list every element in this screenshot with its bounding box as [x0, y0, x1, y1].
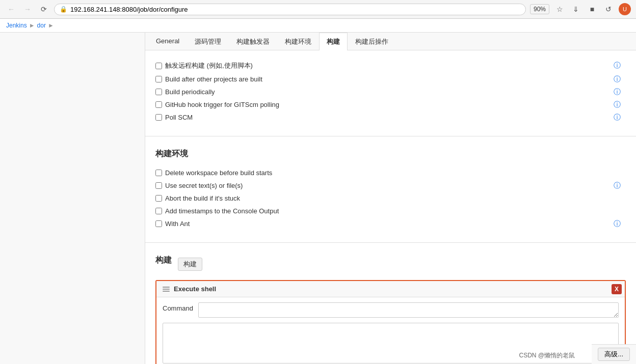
- add-build-step-button[interactable]: 构建: [178, 258, 202, 271]
- trigger-after-other-row: Build after other projects are built ⓘ: [155, 73, 626, 86]
- trigger-periodically-label: Build periodically: [165, 88, 215, 96]
- download-icon[interactable]: ⇓: [570, 3, 582, 15]
- bookmark-icon[interactable]: ☆: [553, 3, 566, 15]
- zoom-level: 90%: [530, 4, 549, 14]
- trigger-remote-checkbox[interactable]: [155, 63, 162, 69]
- env-delete-ws-row: Delete workspace before build starts: [155, 166, 626, 179]
- env-abort-checkbox[interactable]: [155, 195, 162, 202]
- breadcrumb-jenkins[interactable]: Jenkins: [6, 22, 27, 29]
- command-label: Command: [163, 302, 193, 312]
- trigger-remote-label: 触发远程构建 (例如,使用脚本): [165, 61, 253, 70]
- refresh-button[interactable]: ⟳: [38, 3, 50, 15]
- bottom-bar: 高级...: [592, 344, 636, 364]
- csdn-watermark: CSDN @懒惰的老鼠: [519, 351, 575, 360]
- breadcrumb-dor[interactable]: dor: [37, 22, 46, 29]
- env-with-ant-checkbox[interactable]: [155, 220, 162, 227]
- content-area: General 源码管理 构建触发器 构建环境 构建 构建后操作 触发远程构建 …: [145, 33, 636, 364]
- env-abort-label: Abort the build if it's stuck: [165, 194, 240, 202]
- env-secret-label: Use secret text(s) or file(s): [165, 182, 243, 189]
- extensions-icon[interactable]: ■: [586, 3, 598, 15]
- build-section-header: 构建 构建: [155, 255, 626, 273]
- tab-triggers[interactable]: 构建触发器: [229, 33, 277, 50]
- advanced-button[interactable]: 高级...: [598, 348, 630, 361]
- trigger-github-help[interactable]: ⓘ: [614, 100, 621, 109]
- shell-card-header: Execute shell: [156, 281, 625, 297]
- env-with-ant-help[interactable]: ⓘ: [614, 219, 621, 229]
- env-timestamps-row: Add timestamps to the Console Output: [155, 205, 626, 217]
- tab-build[interactable]: 构建: [319, 33, 348, 50]
- trigger-after-other-label: Build after other projects are built: [165, 75, 262, 83]
- env-delete-ws-label: Delete workspace before build starts: [165, 169, 272, 177]
- build-env-title: 构建环境: [155, 149, 626, 159]
- trigger-poll-checkbox[interactable]: [155, 114, 162, 121]
- tab-env[interactable]: 构建环境: [277, 33, 319, 50]
- left-sidebar: [0, 33, 145, 364]
- user-avatar[interactable]: U: [619, 3, 631, 15]
- env-timestamps-label: Add timestamps to the Console Output: [165, 207, 279, 215]
- trigger-periodically-row: Build periodically ⓘ: [155, 86, 626, 98]
- trigger-remote-row: 触发远程构建 (例如,使用脚本) ⓘ: [155, 59, 626, 73]
- env-secret-help[interactable]: ⓘ: [614, 181, 621, 190]
- back-button[interactable]: ←: [5, 3, 17, 15]
- command-input[interactable]: [198, 302, 619, 318]
- delete-shell-button[interactable]: X: [612, 284, 622, 294]
- trigger-github-label: GitHub hook trigger for GITScm polling: [165, 101, 279, 108]
- execute-shell-title: Execute shell: [174, 285, 216, 293]
- trigger-after-other-checkbox[interactable]: [155, 76, 162, 82]
- trigger-github-row: GitHub hook trigger for GITScm polling ⓘ: [155, 98, 626, 111]
- history-back-icon[interactable]: ↺: [602, 3, 615, 15]
- url-input[interactable]: [70, 6, 520, 13]
- env-secret-row: Use secret text(s) or file(s) ⓘ: [155, 179, 626, 192]
- security-icon: 🔒: [60, 6, 67, 13]
- address-bar: 🔒: [54, 4, 526, 15]
- breadcrumb: Jenkins ► dor ►: [0, 19, 636, 33]
- trigger-poll-label: Poll SCM: [165, 114, 193, 121]
- drag-handle[interactable]: [163, 287, 170, 292]
- trigger-poll-row: Poll SCM ⓘ: [155, 111, 626, 124]
- forward-button[interactable]: →: [21, 3, 34, 15]
- env-secret-checkbox[interactable]: [155, 182, 162, 189]
- trigger-after-other-help[interactable]: ⓘ: [614, 75, 621, 84]
- env-with-ant-label: With Ant: [165, 220, 190, 228]
- trigger-remote-help[interactable]: ⓘ: [614, 61, 621, 70]
- tabs-bar: General 源码管理 构建触发器 构建环境 构建 构建后操作: [145, 33, 636, 50]
- breadcrumb-sep-1: ►: [29, 22, 35, 29]
- env-abort-row: Abort the build if it's stuck: [155, 192, 626, 205]
- build-section-title: 构建: [155, 255, 172, 266]
- tab-source[interactable]: 源码管理: [187, 33, 229, 50]
- build-triggers-section: 触发远程构建 (例如,使用脚本) ⓘ Build after other pro…: [145, 50, 636, 132]
- trigger-periodically-help[interactable]: ⓘ: [614, 88, 621, 97]
- tab-post[interactable]: 构建后操作: [348, 33, 396, 50]
- trigger-github-checkbox[interactable]: [155, 101, 162, 108]
- build-section: 构建 构建 Execute shell Command X ⓘ: [145, 247, 636, 364]
- env-delete-ws-checkbox[interactable]: [155, 170, 162, 176]
- breadcrumb-sep-2: ►: [48, 22, 54, 29]
- trigger-poll-help[interactable]: ⓘ: [614, 113, 621, 122]
- build-env-section: 构建环境 Delete workspace before build start…: [145, 141, 636, 238]
- shell-card-body: Command: [156, 297, 625, 323]
- trigger-periodically-checkbox[interactable]: [155, 89, 162, 95]
- env-timestamps-checkbox[interactable]: [155, 208, 162, 214]
- tab-general[interactable]: General: [148, 33, 187, 50]
- env-with-ant-row: With Ant ⓘ: [155, 217, 626, 230]
